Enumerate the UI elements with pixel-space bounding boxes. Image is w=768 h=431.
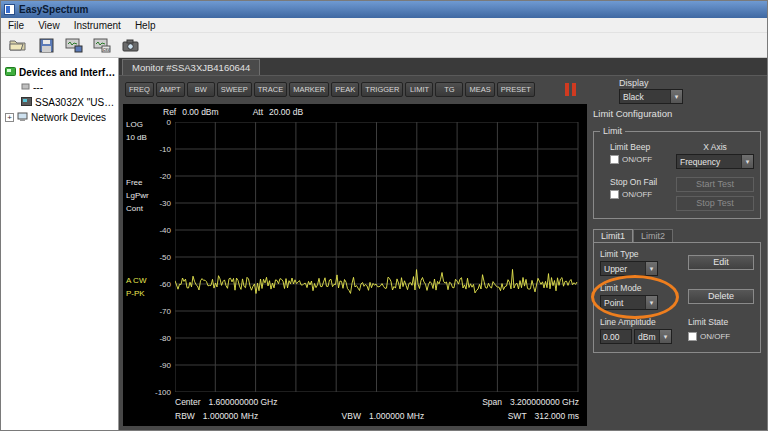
- tab-limit1[interactable]: Limit1: [593, 229, 633, 242]
- tree-root-devices-and-interfaces[interactable]: Devices and Interfaces: [1, 65, 118, 80]
- monitor-button-tg[interactable]: TG: [435, 82, 463, 97]
- monitor-button-marker[interactable]: MARKER: [289, 82, 329, 97]
- start-test-button[interactable]: Start Test: [676, 177, 754, 192]
- menu-file[interactable]: File: [1, 19, 31, 32]
- limit-type-dropdown[interactable]: Upper ▾: [600, 261, 658, 276]
- onoff-label: ON/OFF: [622, 190, 652, 199]
- menu-instrument[interactable]: Instrument: [67, 19, 128, 32]
- panel-title: Limit Configuration: [589, 104, 765, 119]
- trace-ppk-label: P-PK: [126, 289, 145, 298]
- att-label: Att: [253, 107, 263, 117]
- swt-label: SWT: [508, 411, 527, 421]
- edit-button[interactable]: Edit: [688, 255, 754, 270]
- monitor-button-limit[interactable]: LIMIT: [405, 82, 433, 97]
- chevron-down-icon: ▾: [645, 262, 657, 275]
- y-tick-label: -80: [141, 334, 171, 343]
- monitor-button-freq[interactable]: FREQ: [125, 82, 154, 97]
- limit-group: Limit Limit Beep ON/OFF X Axis Frequency: [593, 131, 761, 219]
- spectrum-grid-svg: [175, 122, 579, 392]
- limit-state-checkbox[interactable]: ON/OFF: [688, 332, 754, 341]
- att-value: 20.00 dB: [269, 107, 303, 117]
- monitor-button-bw[interactable]: BW: [187, 82, 215, 97]
- instrument-save-icon: [65, 38, 83, 53]
- stop-test-button[interactable]: Stop Test: [676, 196, 754, 211]
- line-amplitude-label: Line Amplitude: [600, 317, 672, 327]
- save-data-button[interactable]: [62, 35, 86, 56]
- device-tree-panel: Devices and Interfaces --- SSA3032X "USB…: [1, 58, 119, 430]
- stop-on-fail-checkbox[interactable]: ON/OFF: [610, 190, 670, 199]
- y-tick-label: -60: [141, 280, 171, 289]
- app-window: EasySpectrum FileViewInstrumentHelp csv: [0, 0, 768, 431]
- ref-value: 0.00 dBm: [182, 107, 218, 117]
- menu-view[interactable]: View: [31, 19, 67, 32]
- stop-on-fail-label: Stop On Fail: [610, 177, 670, 187]
- open-button[interactable]: [6, 35, 30, 56]
- checkbox-icon[interactable]: [610, 190, 619, 199]
- y-tick-label: -30: [141, 199, 171, 208]
- checkbox-icon[interactable]: [688, 332, 697, 341]
- swt-value: 312.000 ms: [535, 411, 579, 421]
- limit-group-title: Limit: [600, 126, 625, 136]
- window-title: EasySpectrum: [19, 4, 88, 15]
- tree-root-label: Devices and Interfaces: [19, 67, 118, 78]
- chevron-down-icon: ▾: [741, 155, 753, 168]
- trigger-free-label: Free: [126, 178, 142, 187]
- monitor-button-peak[interactable]: PEAK: [331, 82, 359, 97]
- limit-state-label: Limit State: [688, 317, 754, 327]
- expand-plus-icon[interactable]: +: [5, 113, 14, 122]
- tab-limit2[interactable]: Limit2: [633, 229, 673, 242]
- x-axis-dropdown[interactable]: Frequency ▾: [676, 154, 754, 169]
- checkbox-icon[interactable]: [610, 155, 619, 164]
- limit-type-value: Upper: [601, 262, 630, 275]
- limit-mode-value: Point: [601, 296, 626, 309]
- monitor-button-row: FREQAMPTBWSWEEPTRACEMARKERPEAKTRIGGERLIM…: [125, 82, 535, 97]
- display-dropdown[interactable]: Black ▾: [619, 89, 683, 104]
- amplitude-unit-dropdown[interactable]: dBm ▾: [634, 329, 672, 344]
- display-label: Display: [619, 78, 683, 88]
- connector-icon: [21, 82, 30, 93]
- line-amplitude-input[interactable]: [600, 329, 632, 344]
- limit-mode-dropdown[interactable]: Point ▾: [600, 295, 658, 310]
- open-folder-icon: [9, 38, 27, 52]
- monitor-button-sweep[interactable]: SWEEP: [217, 82, 252, 97]
- pause-bar-icon: [572, 83, 576, 96]
- app-icon: [4, 4, 15, 15]
- delete-button[interactable]: Delete: [688, 289, 754, 304]
- tree-item-network-devices[interactable]: + Network Devices: [1, 110, 118, 125]
- center-label: Center: [175, 397, 201, 407]
- floppy-save-icon: [39, 38, 54, 53]
- export-csv-button[interactable]: csv: [90, 35, 114, 56]
- computer-icon: [17, 112, 28, 124]
- spectrum-header: Ref 0.00 dBm Att 20.00 dB: [163, 107, 303, 117]
- limit-beep-checkbox[interactable]: ON/OFF: [610, 155, 670, 164]
- screenshot-button[interactable]: [118, 35, 142, 56]
- monitor-button-trace[interactable]: TRACE: [254, 82, 287, 97]
- limit1-group: Limit Type Upper ▾ Edit Limit Mode Point…: [593, 242, 761, 353]
- svg-text:csv: csv: [103, 47, 111, 52]
- monitor-tab[interactable]: Monitor #SSA3XJB4160644: [122, 59, 260, 75]
- y-tick-label: -40: [141, 226, 171, 235]
- chevron-down-icon: ▾: [670, 90, 682, 103]
- monitor-button-trigger[interactable]: TRIGGER: [361, 82, 403, 97]
- tree-item-label: Network Devices: [31, 112, 106, 123]
- menu-help[interactable]: Help: [128, 19, 163, 32]
- onoff-label: ON/OFF: [622, 155, 652, 164]
- limit-type-label: Limit Type: [600, 249, 658, 259]
- save-button[interactable]: [34, 35, 58, 56]
- monitor-button-meas[interactable]: MEAS: [465, 82, 494, 97]
- tree-item-ssa3032x[interactable]: SSA3032X "USB0::0xF4EC::0...: [1, 95, 118, 110]
- monitor-button-preset[interactable]: PRESET: [497, 82, 535, 97]
- y-tick-label: -70: [141, 307, 171, 316]
- tree-item-label: SSA3032X "USB0::0xF4EC::0...: [35, 97, 118, 108]
- span-value: 3.200000000 GHz: [510, 397, 579, 407]
- center-value: 1.600000000 GHz: [209, 397, 278, 407]
- y-tick-label: -50: [141, 253, 171, 262]
- x-axis-label: X Axis: [676, 142, 754, 152]
- spectrum-display: Ref 0.00 dBm Att 20.00 dB LOG 10 dB Free…: [123, 104, 587, 426]
- monitor-button-ampt[interactable]: AMPT: [156, 82, 185, 97]
- pause-button[interactable]: [565, 83, 576, 96]
- onoff-label: ON/OFF: [700, 332, 730, 341]
- x-axis-value: Frequency: [677, 155, 723, 168]
- tree-item-dash[interactable]: ---: [1, 80, 118, 95]
- y-tick-label: -90: [141, 361, 171, 370]
